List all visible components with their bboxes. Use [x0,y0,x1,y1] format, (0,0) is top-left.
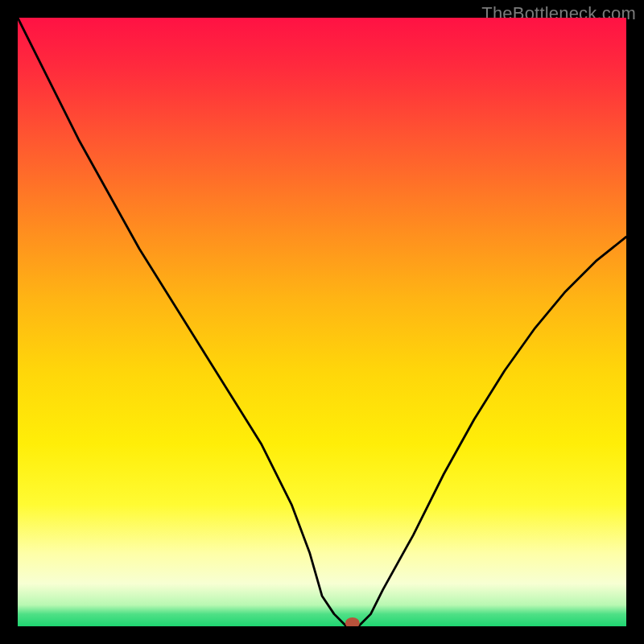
chart-plot-area [18,18,626,626]
chart-svg [18,18,626,626]
chart-frame: TheBottleneck.com [0,0,644,644]
bottleneck-curve [18,18,626,626]
optimal-point-marker [345,617,360,626]
